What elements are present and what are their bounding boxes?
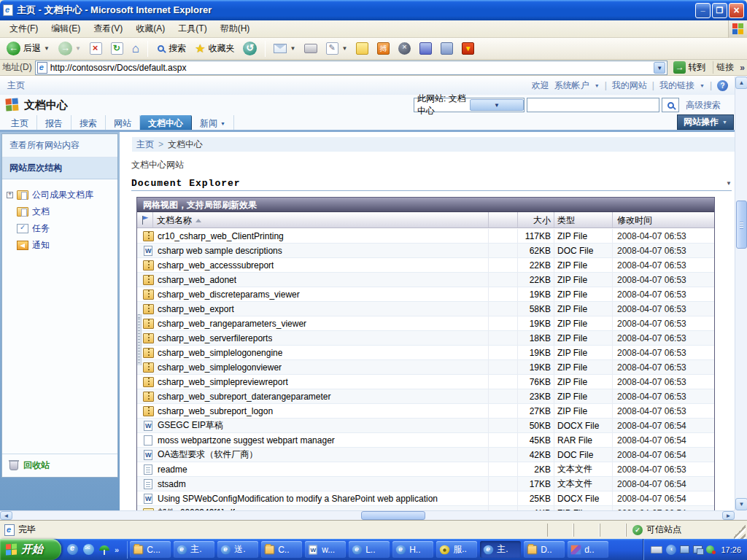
taskbar-button[interactable]: 主. <box>174 541 214 558</box>
file-name-link[interactable]: csharp_web_simplelogonviewer <box>158 362 282 373</box>
horizontal-scrollbar[interactable]: ◄ ► <box>0 510 735 520</box>
go-button[interactable]: → 转到 <box>670 61 708 74</box>
search-input[interactable] <box>527 98 659 112</box>
tray-display-icon[interactable] <box>680 545 689 553</box>
table-row[interactable]: csharp_web_export 58KB ZIP File 2008-04-… <box>137 302 714 316</box>
file-name-link[interactable]: moss webpartzone suggest webpart manager <box>158 435 335 446</box>
tree-item-label[interactable]: 公司成果文档库 <box>32 189 93 201</box>
filter-column-header[interactable] <box>137 212 153 228</box>
file-name-link[interactable]: csharp_web_rangeparameters_viewer <box>158 319 306 329</box>
research-button[interactable] <box>437 39 457 58</box>
taskbar-button[interactable]: C... <box>130 541 171 558</box>
table-row[interactable]: csharp_web_simplelogonengine 19KB ZIP Fi… <box>137 346 714 360</box>
table-row[interactable]: csharp_web_serverfilereports 18KB ZIP Fi… <box>137 331 714 346</box>
file-name-link[interactable]: csharp_web_subreport_daterangeparameter <box>158 392 331 402</box>
menu-item[interactable]: 收藏(A) <box>129 20 171 37</box>
table-row[interactable]: OA选型要求（软件厂商） 42KB DOC File 2008-04-07 06… <box>137 448 714 462</box>
resize-grip[interactable] <box>734 523 746 539</box>
table-row[interactable]: csharp_web_accesssubreport 22KB ZIP File… <box>137 258 714 273</box>
tray-keyboard-icon[interactable] <box>651 546 662 553</box>
vertical-scrollbar[interactable]: ▲ ▼ <box>735 77 747 510</box>
nav-tab[interactable]: 网站 <box>106 115 140 130</box>
scroll-left-icon[interactable]: ◄ <box>0 511 12 520</box>
messenger-dark-button[interactable] <box>395 39 414 58</box>
table-row[interactable]: csharp_web_subreport_daterangeparameter … <box>137 389 714 404</box>
menu-item[interactable]: 文件(F) <box>3 20 44 37</box>
name-column-header[interactable]: 文档名称 <box>153 212 489 228</box>
webpart-menu-icon[interactable]: ▼ <box>726 180 732 187</box>
taskbar-button[interactable]: C.. <box>261 541 302 558</box>
home-button[interactable]: ⌂ <box>128 39 143 58</box>
help-icon[interactable]: ? <box>717 80 728 91</box>
minimize-button[interactable] <box>695 3 711 18</box>
history-button[interactable]: ↺ <box>239 39 260 58</box>
site-actions-button[interactable]: 网站操作 ▼ <box>677 114 734 130</box>
back-button[interactable]: ← 后退 ▼ <box>3 39 53 58</box>
file-name-link[interactable]: csharp_web_serverfilereports <box>158 333 272 343</box>
my-links-caret-icon[interactable]: ▼ <box>700 83 705 88</box>
file-name-link[interactable]: OA选型要求（软件厂商） <box>158 448 258 461</box>
messenger-orange-button[interactable]: 搏 <box>374 39 393 58</box>
table-row[interactable]: csharp_web_adonet 22KB ZIP File 2008-04-… <box>137 273 714 287</box>
scroll-down-icon[interactable]: ▼ <box>735 498 747 510</box>
taskbar-button[interactable]: 主. <box>480 541 521 558</box>
my-site-link[interactable]: 我的网站 <box>612 79 647 92</box>
quicklaunch-mail-icon[interactable] <box>83 544 94 555</box>
quicklaunch-antivirus-icon[interactable] <box>99 545 109 555</box>
start-button[interactable]: 开始 <box>0 539 61 560</box>
file-name-link[interactable]: csharp_web_subreport_logon <box>158 406 273 416</box>
menu-item[interactable]: 查看(V) <box>87 20 129 37</box>
portal-home-link[interactable]: 主页 <box>7 79 25 92</box>
stop-button[interactable] <box>86 39 106 58</box>
file-name-link[interactable]: csharp_web_export <box>158 304 234 314</box>
size-column-header[interactable]: 大小 <box>518 212 554 228</box>
taskbar-button[interactable]: H.. <box>392 541 433 558</box>
table-row[interactable]: stsadm 17KB 文本文件 2008-04-07 06:54 <box>137 477 714 491</box>
modified-column-header[interactable]: 修改时间 <box>613 212 714 228</box>
mail-button[interactable]: ▼ <box>270 39 299 58</box>
file-name-link[interactable]: readme <box>158 464 187 475</box>
table-row[interactable]: csharp_web_simplelogonviewer 19KB ZIP Fi… <box>137 360 714 375</box>
table-row[interactable]: csharp_web_rangeparameters_viewer 19KB Z… <box>137 316 714 331</box>
scroll-right-icon[interactable]: ► <box>722 511 735 520</box>
menu-item[interactable]: 帮助(H) <box>214 20 257 37</box>
tree-item-label[interactable]: 文档 <box>32 206 50 218</box>
refresh-button[interactable] <box>107 39 127 58</box>
file-name-link[interactable]: csharp_web_simplelogonengine <box>158 348 282 358</box>
download-manager-button[interactable]: ▼ <box>458 39 478 58</box>
mail-dropdown-icon[interactable]: ▼ <box>290 45 295 52</box>
table-row[interactable]: cr10_csharp_web_ClientPrinting 117KB ZIP… <box>137 229 714 244</box>
nav-tab[interactable]: 主页 <box>3 115 37 130</box>
file-name-link[interactable]: GSEGC EIP草稿 <box>158 419 223 432</box>
advanced-search-link[interactable]: 高级搜索 <box>686 99 721 112</box>
table-row[interactable]: csharp web sample descriptions 62KB DOC … <box>137 244 714 258</box>
type-column-header[interactable]: 类型 <box>554 212 613 228</box>
table-row[interactable]: csharp_web_simplepreviewreport 76KB ZIP … <box>137 375 714 389</box>
quicklaunch-chevron-icon[interactable]: » <box>115 545 119 554</box>
taskbar-button[interactable]: 送. <box>217 541 258 558</box>
recycle-bin-link[interactable]: 回收站 <box>2 454 117 477</box>
taskbar-button[interactable]: D.. <box>524 541 565 558</box>
tree-item-label[interactable]: 任务 <box>32 222 50 235</box>
vertical-scroll-thumb[interactable] <box>736 201 747 249</box>
table-row[interactable]: csharp_web_subreport_logon 27KB ZIP File… <box>137 404 714 419</box>
address-dropdown-icon[interactable]: ▼ <box>654 62 665 74</box>
favorites-button[interactable]: ★ 收藏夹 <box>191 39 238 58</box>
search-scope-select[interactable]: 此网站: 文档中心 ▼ <box>414 98 525 112</box>
table-row[interactable]: Using SPWebConfigModification to modify … <box>137 491 714 506</box>
horizontal-scroll-thumb[interactable] <box>361 511 425 520</box>
tree-expander-icon[interactable] <box>7 192 13 198</box>
forward-button[interactable]: → ▼ <box>55 39 85 58</box>
tree-item[interactable]: 文档 <box>7 203 115 220</box>
file-name-link[interactable]: csharp_web_discreteparams_viewer <box>158 289 300 300</box>
file-name-link[interactable]: stsadm <box>158 479 186 489</box>
account-caret-icon[interactable]: ▼ <box>595 83 600 88</box>
tray-network-icon[interactable] <box>693 545 703 553</box>
file-name-link[interactable]: csharp web sample descriptions <box>158 246 282 256</box>
tray-messenger-icon[interactable] <box>706 545 714 553</box>
file-name-link[interactable]: csharp_web_accesssubreport <box>158 260 274 271</box>
taskbar-button[interactable]: 服.. <box>436 541 477 558</box>
close-button[interactable] <box>729 3 744 18</box>
quicklaunch-ie-icon[interactable] <box>67 544 78 555</box>
back-dropdown-icon[interactable]: ▼ <box>44 45 50 52</box>
